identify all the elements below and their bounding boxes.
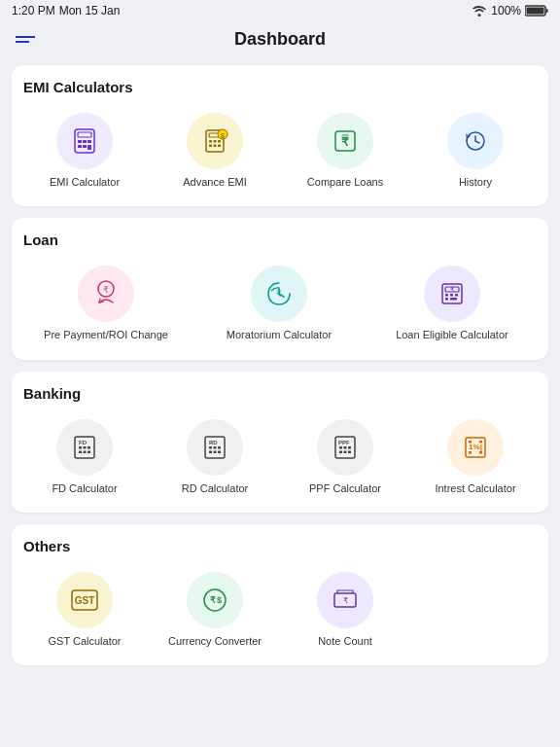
svg-rect-39 — [88, 446, 90, 449]
svg-text:₹: ₹ — [276, 289, 282, 299]
svg-text:$: $ — [221, 132, 225, 140]
app-header: Dashboard — [0, 21, 560, 57]
others-section: Others GST GST Calculator ₹ $ — [12, 524, 548, 665]
note-count-label: Note Count — [318, 634, 372, 648]
svg-rect-37 — [79, 446, 82, 449]
svg-rect-10 — [88, 145, 91, 150]
gst-calc-icon-bg: GST — [56, 572, 113, 628]
fd-calc-item[interactable]: FD FD Calculator — [23, 415, 146, 499]
wifi-icon — [472, 5, 487, 17]
menu-button[interactable] — [16, 36, 35, 43]
note-count-icon: ₹ — [326, 581, 365, 620]
moratorium-label: Moratorium Calculator — [227, 328, 332, 341]
gst-calc-item[interactable]: GST GST Calculator — [23, 568, 146, 652]
rd-calc-item[interactable]: RD RD Calculator — [154, 415, 276, 499]
svg-text:RD: RD — [209, 440, 218, 445]
svg-text:₹: ₹ — [343, 596, 348, 605]
main-content: EMI Calculators EMI Calculator — [0, 57, 560, 673]
svg-rect-7 — [88, 140, 91, 143]
emi-calculator-item[interactable]: EMI Calculator — [23, 109, 146, 193]
svg-text:PPF: PPF — [338, 440, 350, 445]
prepayment-item[interactable]: ₹ Pre Payment/ROI Change — [23, 262, 189, 345]
loan-eligible-icon-bg: ₹ — [424, 266, 480, 322]
svg-rect-57 — [344, 450, 347, 453]
interest-calc-item[interactable]: 1%| Intrest Calculator — [414, 415, 537, 499]
compare-loans-label: Compare Loans — [307, 175, 383, 189]
emi-calc-icon-bg — [56, 113, 113, 169]
gst-calc-label: GST Calculator — [49, 634, 122, 648]
svg-text:1%|: 1%| — [469, 443, 482, 451]
history-icon-bg — [447, 113, 504, 169]
note-count-icon-bg: ₹ — [317, 572, 373, 628]
gst-calc-icon: GST — [65, 581, 104, 620]
status-left: 1:20 PM Mon 15 Jan — [12, 4, 120, 18]
loan-section-title: Loan — [23, 231, 537, 248]
rd-calc-icon: RD — [198, 431, 231, 464]
svg-rect-48 — [209, 450, 212, 453]
svg-text:₹: ₹ — [341, 135, 349, 149]
svg-rect-29 — [445, 294, 448, 297]
status-right: 100% — [472, 4, 548, 18]
svg-rect-58 — [348, 450, 351, 453]
svg-rect-13 — [209, 140, 212, 143]
svg-rect-18 — [218, 145, 221, 148]
rd-calc-icon-bg: RD — [187, 419, 243, 476]
history-icon — [459, 124, 492, 158]
currency-conv-icon-bg: ₹ $ — [187, 572, 243, 628]
svg-rect-8 — [78, 145, 82, 148]
interest-calc-label: Intrest Calculator — [435, 481, 515, 495]
emi-section-title: EMI Calculators — [23, 79, 537, 95]
fd-calc-icon: FD — [68, 431, 101, 464]
calculator-icon — [68, 124, 101, 158]
loan-eligible-item[interactable]: ₹ Loan Eligible Calculator — [369, 262, 535, 345]
currency-conv-icon: ₹ $ — [195, 581, 234, 620]
banking-section-title: Banking — [23, 385, 537, 402]
ppf-calc-item[interactable]: PPF PPF Calculator — [284, 415, 406, 499]
svg-rect-5 — [78, 140, 82, 143]
svg-rect-9 — [83, 145, 87, 148]
battery-percent: 100% — [491, 4, 521, 18]
svg-rect-14 — [214, 140, 217, 143]
svg-rect-47 — [218, 446, 221, 449]
svg-rect-50 — [218, 450, 221, 453]
interest-calc-icon-bg: 1%| — [447, 419, 504, 476]
advance-emi-icon: $ — [198, 124, 231, 158]
history-label: History — [459, 175, 492, 189]
status-time: 1:20 PM — [12, 4, 55, 18]
advance-emi-icon-bg: $ — [187, 113, 243, 169]
history-item[interactable]: History — [414, 109, 537, 193]
svg-text:₹: ₹ — [210, 595, 216, 605]
battery-icon — [525, 5, 548, 17]
loan-eligible-label: Loan Eligible Calculator — [396, 328, 508, 341]
svg-rect-54 — [344, 446, 347, 449]
svg-rect-31 — [455, 294, 458, 297]
note-count-item[interactable]: ₹ Note Count — [284, 568, 406, 652]
advance-emi-label: Advance EMI — [183, 175, 246, 189]
advance-emi-item[interactable]: $ Advance EMI — [154, 109, 276, 193]
others-section-title: Others — [23, 538, 537, 554]
svg-text:₹: ₹ — [103, 285, 109, 295]
currency-conv-item[interactable]: ₹ $ Currency Converter — [154, 568, 276, 652]
rd-calc-label: RD Calculator — [182, 481, 248, 495]
emi-calc-label: EMI Calculator — [50, 175, 120, 189]
moratorium-item[interactable]: ₹ Moratorium Calculator — [196, 262, 362, 345]
svg-rect-42 — [88, 450, 90, 453]
svg-rect-53 — [339, 446, 342, 449]
moratorium-icon: ₹ — [259, 273, 299, 314]
page-title: Dashboard — [234, 29, 326, 50]
svg-rect-41 — [84, 450, 87, 453]
svg-rect-33 — [450, 298, 457, 301]
svg-rect-2 — [546, 9, 548, 13]
svg-text:GST: GST — [75, 595, 95, 606]
emi-section: EMI Calculators EMI Calculator — [12, 65, 548, 206]
svg-rect-38 — [84, 446, 87, 449]
ppf-calc-label: PPF Calculator — [309, 481, 381, 495]
emi-grid: EMI Calculator $ — [23, 109, 537, 193]
loan-grid: ₹ Pre Payment/ROI Change ₹ Morat — [23, 262, 537, 345]
ppf-calc-icon-bg: PPF — [317, 419, 373, 476]
compare-loans-item[interactable]: ₹ Compare Loans — [284, 109, 406, 193]
prepayment-icon-bg: ₹ — [78, 266, 134, 322]
svg-rect-32 — [445, 298, 448, 301]
svg-rect-6 — [83, 140, 87, 143]
svg-rect-64 — [479, 451, 482, 454]
